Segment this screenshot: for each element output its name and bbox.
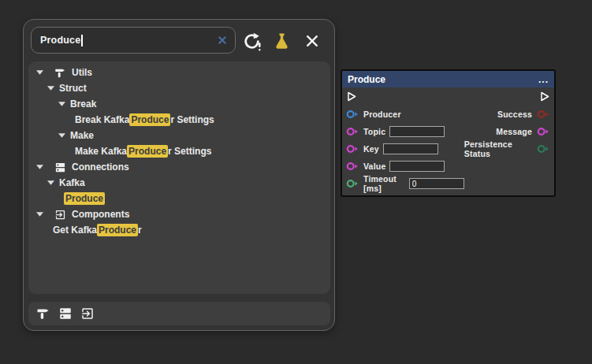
- components-icon: [54, 209, 66, 221]
- expand-arrow-icon[interactable]: [36, 165, 43, 169]
- produce-node[interactable]: Produce ... ProducerTopicKeyValueTimeout…: [341, 69, 556, 197]
- reload-alert-icon: [242, 32, 262, 51]
- expand-arrow-icon[interactable]: [47, 180, 54, 185]
- pin-input-timeout-ms[interactable]: [346, 179, 359, 188]
- text-caret: [81, 35, 83, 46]
- timeout-ms-field[interactable]: [409, 178, 464, 189]
- tree-branch-break[interactable]: Break: [28, 96, 330, 112]
- pin-label: Topic: [363, 127, 385, 136]
- components-icon: [80, 306, 95, 321]
- tree-label: Utils: [72, 67, 92, 78]
- node-input-row-timeout-ms: Timeout [ms]: [342, 175, 464, 192]
- tree-label: Kafka: [59, 177, 85, 188]
- clear-search-icon[interactable]: [217, 35, 228, 46]
- pin-label: Timeout [ms]: [363, 174, 405, 193]
- pin-label: Success: [497, 110, 532, 119]
- filter-connections-button[interactable]: [58, 306, 73, 321]
- node-output-row-message: Message: [464, 123, 554, 140]
- value-field[interactable]: [389, 161, 445, 172]
- expand-arrow-icon[interactable]: [36, 212, 43, 217]
- refresh-button[interactable]: [242, 32, 262, 51]
- node-header[interactable]: Produce ...: [342, 71, 554, 87]
- tree-label: Components: [72, 209, 129, 220]
- expand-arrow-icon[interactable]: [58, 102, 65, 106]
- pin-label: Key: [363, 144, 379, 154]
- pin-output-success[interactable]: [537, 110, 550, 119]
- pin-label: Persistence Status: [464, 139, 532, 158]
- pin-label: Value: [363, 162, 385, 171]
- category-filter-bar: [28, 302, 330, 325]
- node-output-row-persistence-status: Persistence Status: [464, 140, 554, 158]
- tree-label: Make: [70, 130, 94, 141]
- expand-arrow-icon[interactable]: [58, 133, 65, 138]
- pin-input-topic[interactable]: [346, 127, 359, 136]
- tree-label-text: r: [138, 225, 142, 236]
- search-match-highlight: Produce: [97, 224, 138, 236]
- tree-branch-make[interactable]: Make: [28, 128, 330, 143]
- tree-branch-components[interactable]: Components: [28, 206, 330, 222]
- connections-icon: [58, 306, 73, 321]
- tree-branch-connections[interactable]: Connections: [28, 159, 330, 175]
- pin-input-producer[interactable]: [346, 110, 359, 119]
- filter-components-button[interactable]: [80, 306, 95, 321]
- tree-leaf-make-kafka-producer-settings[interactable]: Make Kafka Producer Settings: [28, 143, 330, 159]
- flask-icon: [272, 32, 292, 51]
- tree-label-text: Make Kafka: [75, 146, 127, 157]
- node-input-row-topic: Topic: [342, 123, 464, 140]
- key-field[interactable]: [383, 143, 438, 154]
- node-input-row-producer: Producer: [342, 106, 464, 123]
- pin-label: Producer: [363, 110, 401, 119]
- search-match-highlight: Produce: [129, 113, 170, 126]
- pin-output-message[interactable]: [537, 127, 550, 136]
- search-input[interactable]: Produce: [31, 27, 236, 54]
- node-input-row-key: Key: [342, 140, 464, 158]
- node-body: ProducerTopicKeyValueTimeout [ms] Succes…: [342, 106, 554, 192]
- topic-field[interactable]: [389, 126, 445, 137]
- close-icon: [304, 33, 320, 49]
- expand-arrow-icon[interactable]: [36, 70, 43, 75]
- pin-input-value[interactable]: [346, 162, 359, 171]
- node-outputs-column: SuccessMessagePersistence Status: [464, 106, 554, 192]
- tree-label: Connections: [72, 162, 129, 173]
- connections-icon: [54, 162, 66, 173]
- search-match-highlight: Produce: [127, 145, 168, 158]
- node-title: Produce: [348, 74, 385, 85]
- search-results-tree: UtilsStructBreakBreak Kafka Producer Set…: [28, 61, 330, 294]
- node-output-row-success: Success: [464, 106, 554, 123]
- pin-input-key[interactable]: [346, 144, 359, 154]
- node-search-panel: Produce UtilsStructBreakBreak Kafka Prod…: [23, 19, 335, 331]
- node-inputs-column: ProducerTopicKeyValueTimeout [ms]: [342, 106, 464, 192]
- exec-in-pin[interactable]: [346, 91, 357, 102]
- tree-label-text: Break Kafka: [75, 114, 129, 125]
- hammer-icon: [54, 67, 66, 79]
- tree-label: Struct: [59, 83, 87, 94]
- tree-branch-kafka[interactable]: Kafka: [28, 175, 330, 191]
- tree-leaf-break-kafka-producer-settings[interactable]: Break Kafka Producer Settings: [28, 112, 330, 128]
- editor-canvas[interactable]: Produce UtilsStructBreakBreak Kafka Prod…: [0, 0, 592, 364]
- tree-label-text: Get Kafka: [53, 225, 97, 236]
- node-menu-button[interactable]: ...: [538, 76, 549, 83]
- tree-leaf-get-kafka-producer[interactable]: Get Kafka Producer: [28, 222, 330, 238]
- experimental-filter-button[interactable]: [272, 32, 292, 51]
- expand-arrow-icon[interactable]: [47, 86, 54, 91]
- filter-utils-button[interactable]: [36, 306, 50, 321]
- exec-pin-row: [342, 87, 554, 106]
- node-input-row-value: Value: [342, 158, 464, 175]
- pin-output-persistence-status[interactable]: [537, 144, 550, 154]
- search-text: Produce: [40, 35, 80, 46]
- pin-label: Message: [496, 127, 532, 136]
- search-match-highlight: Produce: [64, 192, 105, 205]
- tree-branch-struct[interactable]: Struct: [28, 80, 330, 96]
- tree-branch-utils[interactable]: Utils: [28, 65, 330, 80]
- search-toolbar: [242, 28, 322, 54]
- hammer-icon: [36, 306, 50, 321]
- tree-label: Break: [70, 98, 96, 110]
- close-button[interactable]: [302, 32, 322, 51]
- exec-out-pin[interactable]: [539, 91, 550, 102]
- tree-leaf-produce[interactable]: Produce: [28, 191, 330, 206]
- tree-label-text: r Settings: [170, 114, 214, 125]
- tree-label-text: r Settings: [168, 146, 211, 157]
